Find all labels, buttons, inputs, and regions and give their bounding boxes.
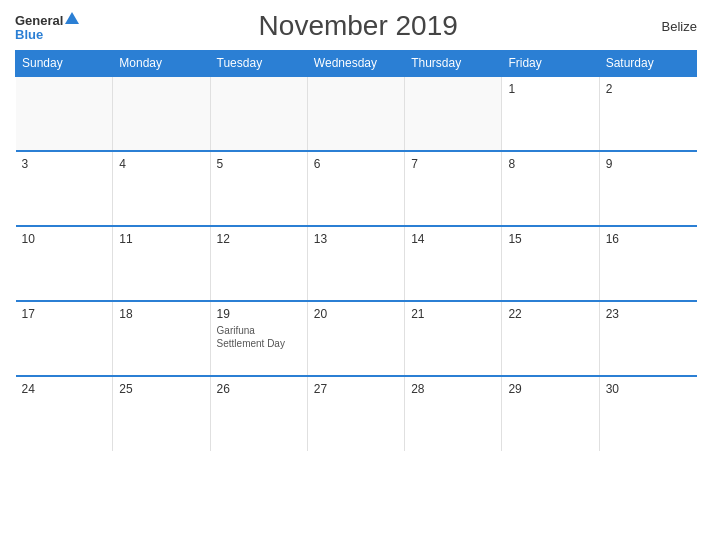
day-number: 8 [508,157,592,171]
calendar-cell: 7 [405,151,502,226]
calendar-title: November 2019 [79,10,637,42]
calendar-container: General Blue November 2019 Belize Sunday… [0,0,712,550]
calendar-cell: 27 [307,376,404,451]
day-number: 19 [217,307,301,321]
day-number: 17 [22,307,107,321]
calendar-cell: 20 [307,301,404,376]
calendar-cell: 21 [405,301,502,376]
day-number: 1 [508,82,592,96]
weekday-header-tuesday: Tuesday [210,51,307,77]
day-number: 24 [22,382,107,396]
calendar-week-row: 10111213141516 [16,226,697,301]
day-number: 28 [411,382,495,396]
calendar-cell: 13 [307,226,404,301]
calendar-cell: 22 [502,301,599,376]
day-number: 12 [217,232,301,246]
logo-triangle-icon [65,12,79,24]
calendar-cell: 2 [599,76,696,151]
weekday-header-thursday: Thursday [405,51,502,77]
calendar-cell: 10 [16,226,113,301]
calendar-cell: 5 [210,151,307,226]
day-number: 16 [606,232,691,246]
logo-blue: Blue [15,28,43,41]
weekday-header-saturday: Saturday [599,51,696,77]
calendar-cell: 29 [502,376,599,451]
calendar-cell [307,76,404,151]
calendar-cell: 4 [113,151,210,226]
calendar-cell: 14 [405,226,502,301]
calendar-week-row: 24252627282930 [16,376,697,451]
calendar-cell [113,76,210,151]
day-number: 2 [606,82,691,96]
day-number: 13 [314,232,398,246]
calendar-table: SundayMondayTuesdayWednesdayThursdayFrid… [15,50,697,451]
calendar-cell: 19Garifuna Settlement Day [210,301,307,376]
calendar-cell: 3 [16,151,113,226]
day-number: 7 [411,157,495,171]
calendar-cell: 17 [16,301,113,376]
calendar-cell: 15 [502,226,599,301]
calendar-cell: 9 [599,151,696,226]
day-number: 22 [508,307,592,321]
calendar-cell: 24 [16,376,113,451]
logo: General Blue [15,12,79,41]
day-number: 3 [22,157,107,171]
calendar-event: Garifuna Settlement Day [217,324,301,350]
calendar-cell: 12 [210,226,307,301]
weekday-header-monday: Monday [113,51,210,77]
calendar-week-row: 171819Garifuna Settlement Day20212223 [16,301,697,376]
calendar-cell: 6 [307,151,404,226]
day-number: 20 [314,307,398,321]
calendar-week-row: 3456789 [16,151,697,226]
day-number: 6 [314,157,398,171]
logo-general: General [15,12,79,28]
calendar-cell [210,76,307,151]
day-number: 4 [119,157,203,171]
day-number: 26 [217,382,301,396]
day-number: 30 [606,382,691,396]
day-number: 27 [314,382,398,396]
calendar-cell: 18 [113,301,210,376]
country-label: Belize [637,19,697,34]
weekday-header-wednesday: Wednesday [307,51,404,77]
day-number: 18 [119,307,203,321]
day-number: 25 [119,382,203,396]
calendar-header: General Blue November 2019 Belize [15,10,697,42]
day-number: 11 [119,232,203,246]
day-number: 21 [411,307,495,321]
calendar-cell: 23 [599,301,696,376]
day-number: 15 [508,232,592,246]
day-number: 9 [606,157,691,171]
calendar-cell: 8 [502,151,599,226]
calendar-cell: 11 [113,226,210,301]
calendar-cell [405,76,502,151]
calendar-week-row: 12 [16,76,697,151]
calendar-cell: 28 [405,376,502,451]
calendar-cell: 30 [599,376,696,451]
day-number: 23 [606,307,691,321]
day-number: 5 [217,157,301,171]
day-number: 14 [411,232,495,246]
day-number: 10 [22,232,107,246]
calendar-cell: 26 [210,376,307,451]
weekday-header-sunday: Sunday [16,51,113,77]
calendar-cell: 25 [113,376,210,451]
day-number: 29 [508,382,592,396]
weekday-header-friday: Friday [502,51,599,77]
calendar-cell [16,76,113,151]
calendar-cell: 1 [502,76,599,151]
calendar-weekday-header-row: SundayMondayTuesdayWednesdayThursdayFrid… [16,51,697,77]
calendar-cell: 16 [599,226,696,301]
